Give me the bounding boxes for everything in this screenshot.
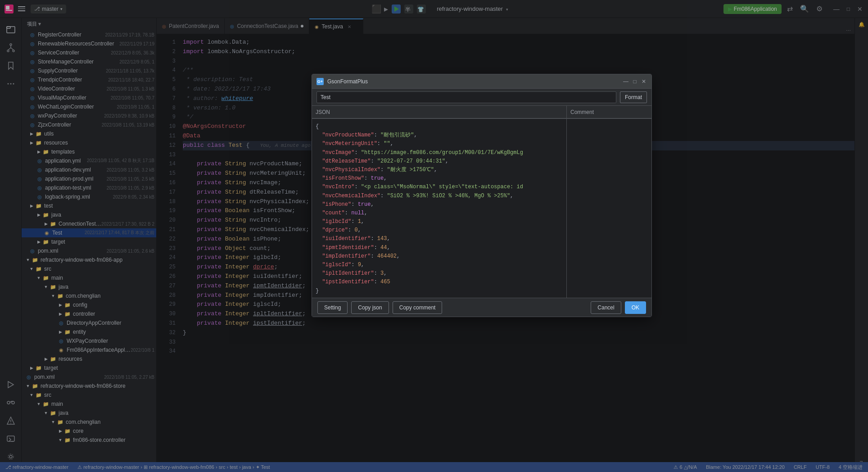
dialog-maximize-button[interactable]: □ (632, 78, 638, 85)
dialog-title-text: GsonFormatPlus (327, 78, 619, 85)
json-line-20: } (316, 287, 563, 295)
copy-json-button[interactable]: Copy json (351, 301, 389, 314)
json-line-1: { (316, 123, 563, 131)
json-line-18: "ipltIdentifier": 3, (316, 269, 563, 278)
dialog-body: { "nvcProductName": "耐包引流砂", "nvcMeterin… (312, 119, 651, 298)
gson-format-dialog: G+ GsonFormatPlus — □ ✕ Format JSON Comm… (312, 74, 652, 317)
json-line-5: "dtReleaseTime": "2022-07-27 09:44:31", (316, 157, 563, 166)
dialog-toolbar: Format (312, 89, 651, 106)
json-panel-header: JSON (312, 106, 567, 118)
json-line-9: "nvcChemicalIndex": "SiO2 % >93%! SiO2 %… (316, 192, 563, 200)
json-line-12: "iglbcId": 1, (316, 218, 563, 226)
json-line-3: "nvcMeteringUnit": "", (316, 140, 563, 148)
json-line-4: "nvcImage": "https://image.fm086.com/gro… (316, 149, 563, 157)
json-line-10: "isPhone": true, (316, 200, 563, 209)
json-line-13: "dprice": 0, (316, 226, 563, 235)
dialog-win-controls: — □ ✕ (623, 78, 647, 85)
dialog-titlebar: G+ GsonFormatPlus — □ ✕ (312, 74, 651, 89)
dialog-footer: Setting Copy json Copy comment Cancel OK (312, 298, 651, 317)
json-line-7: "isFrontShow": true, (316, 174, 563, 183)
dialog-text-input[interactable] (316, 91, 616, 103)
json-line-11: "count": null, (316, 209, 563, 218)
ok-button[interactable]: OK (625, 301, 646, 314)
dialog-close-button[interactable]: ✕ (641, 78, 647, 85)
json-panel[interactable]: { "nvcProductName": "耐包引流砂", "nvcMeterin… (312, 119, 567, 298)
dialog-title-icon: G+ (316, 78, 324, 85)
json-line-8: "nvcIntro": "<p class=\"MsoNormal\" styl… (316, 183, 563, 191)
json-line-14: "iuiIdentifier": 143, (316, 235, 563, 243)
json-line-17: "iglscId": 9, (316, 261, 563, 269)
cancel-button[interactable]: Cancel (591, 301, 621, 314)
dialog-format-button[interactable]: Format (620, 91, 647, 103)
json-line-16: "impIdentifier": 464402, (316, 252, 563, 261)
setting-button[interactable]: Setting (317, 301, 348, 314)
comment-panel-header: Comment (567, 106, 651, 118)
json-line-15: "ipmtIdentidier": 44, (316, 244, 563, 252)
json-line-6: "nvcPhysicalIndex": "耐火度 >1750℃", (316, 166, 563, 174)
dialog-minimize-button[interactable]: — (623, 78, 629, 85)
comment-label: Comment (570, 109, 594, 115)
dialog-panel-headers: JSON Comment (312, 106, 651, 119)
json-line-19: "ipstIdentifier": 465 (316, 278, 563, 286)
comment-panel[interactable] (567, 119, 651, 298)
dialog-overlay: G+ GsonFormatPlus — □ ✕ Format JSON Comm… (0, 0, 868, 472)
json-line-2: "nvcProductName": "耐包引流砂", (316, 131, 563, 140)
copy-comment-button[interactable]: Copy comment (393, 301, 443, 314)
json-label: JSON (316, 109, 330, 115)
